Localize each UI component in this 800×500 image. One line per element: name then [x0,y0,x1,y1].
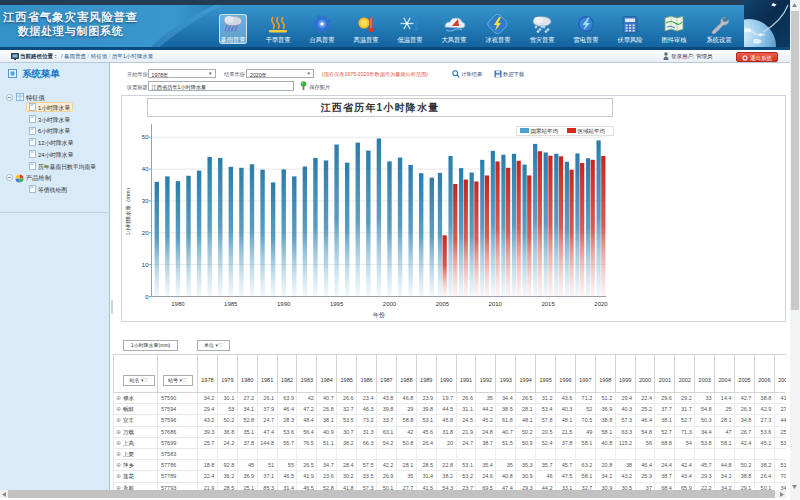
svg-text:20: 20 [141,230,148,236]
svg-text:2005: 2005 [435,301,449,307]
svg-text:2015: 2015 [541,301,555,307]
svg-text:30: 30 [141,198,148,204]
svg-text:1985: 1985 [224,301,238,307]
svg-text:1980: 1980 [171,301,185,307]
svg-text:1990: 1990 [277,301,291,307]
svg-text:年份: 年份 [372,310,384,318]
svg-text:40: 40 [141,166,148,172]
svg-text:1995: 1995 [329,301,343,307]
svg-text:2020: 2020 [594,301,608,307]
svg-text:0: 0 [145,293,149,299]
svg-text:50: 50 [141,134,148,140]
svg-text:10: 10 [141,261,148,267]
svg-text:2010: 2010 [488,301,502,307]
svg-text:1小时降水量（mm）: 1小时降水量（mm） [125,184,131,235]
svg-text:2000: 2000 [382,301,396,307]
